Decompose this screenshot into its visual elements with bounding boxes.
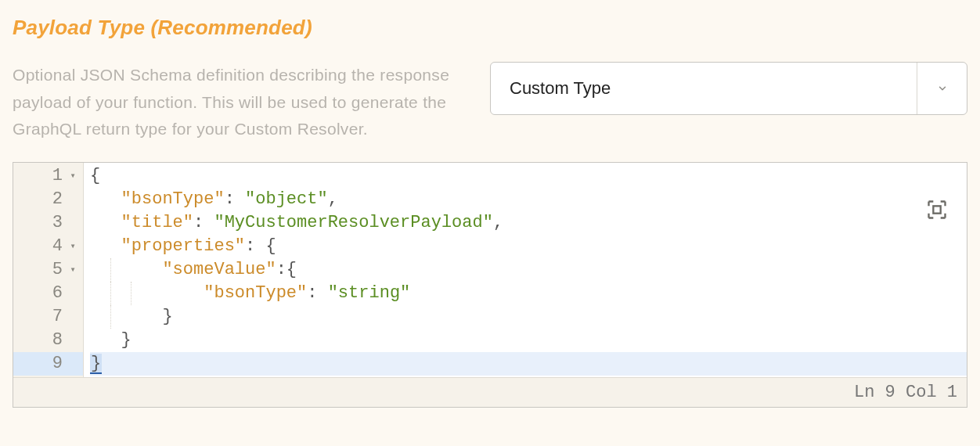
- code-line[interactable]: "properties": {: [90, 235, 967, 258]
- fold-marker-icon[interactable]: ▾: [66, 258, 80, 282]
- code-line[interactable]: }: [90, 305, 967, 329]
- status-col-value: 1: [947, 383, 957, 402]
- gutter-line: 3: [13, 211, 83, 235]
- header-row: Optional JSON Schema definition describi…: [13, 54, 967, 143]
- expand-icon[interactable]: [926, 199, 948, 221]
- gutter-line: 2: [13, 188, 83, 211]
- code-line[interactable]: "bsonType": "string": [90, 282, 967, 305]
- fold-marker-icon[interactable]: ▾: [66, 235, 80, 258]
- select-wrap: Custom Type: [482, 62, 967, 115]
- gutter-line: 6: [13, 282, 83, 305]
- code-line[interactable]: {: [90, 164, 967, 188]
- code-line[interactable]: "someValue":{: [90, 258, 967, 282]
- status-col-label: Col: [906, 383, 937, 402]
- payload-type-select[interactable]: Custom Type: [490, 62, 967, 115]
- status-ln-value: 9: [885, 383, 895, 402]
- editor-status-bar: Ln 9 Col 1: [13, 377, 967, 407]
- code-line[interactable]: }: [90, 352, 967, 376]
- svg-rect-0: [933, 206, 940, 213]
- gutter-line: 9: [13, 352, 83, 376]
- editor-body: 1▾234▾5▾6789 { "bsonType": "object", "ti…: [13, 163, 967, 377]
- gutter-line: 8: [13, 329, 83, 352]
- chevron-down-icon: [937, 83, 948, 94]
- fold-marker-icon[interactable]: ▾: [66, 164, 80, 188]
- code-line[interactable]: "title": "MyCustomerResolverPayload",: [90, 211, 967, 235]
- gutter-line: 7: [13, 305, 83, 329]
- section-title: Payload Type (Recommended): [13, 16, 967, 40]
- page-root: Payload Type (Recommended) Optional JSON…: [0, 0, 980, 446]
- status-ln-label: Ln: [854, 383, 874, 402]
- section-description: Optional JSON Schema definition describi…: [13, 62, 451, 143]
- code-editor[interactable]: 1▾234▾5▾6789 { "bsonType": "object", "ti…: [13, 162, 967, 408]
- gutter-line: 1▾: [13, 164, 83, 188]
- code-line[interactable]: "bsonType": "object",: [90, 188, 967, 211]
- gutter-line: 5▾: [13, 258, 83, 282]
- code-area[interactable]: { "bsonType": "object", "title": "MyCust…: [84, 163, 967, 377]
- code-line[interactable]: }: [90, 329, 967, 352]
- select-caret-zone: [917, 63, 967, 114]
- line-gutter: 1▾234▾5▾6789: [13, 163, 84, 377]
- select-value: Custom Type: [510, 78, 611, 99]
- gutter-line: 4▾: [13, 235, 83, 258]
